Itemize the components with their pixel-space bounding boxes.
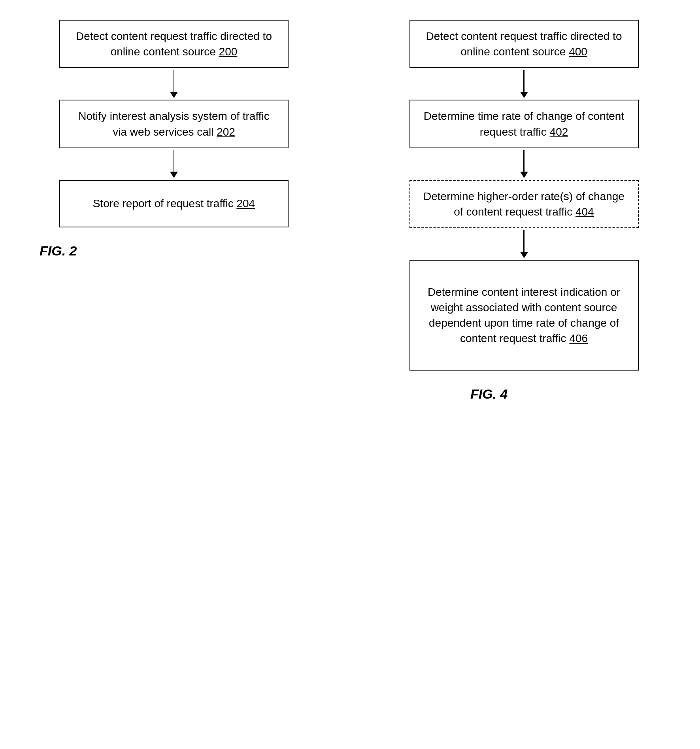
box-204-text: Store report of request traffic (93, 197, 237, 210)
arrow-400-402 (520, 68, 528, 100)
arrow-line-4 (523, 150, 525, 172)
box-200-text: Detect content request traffic directed … (76, 30, 272, 58)
box-204: Store report of request traffic 204 (59, 180, 289, 227)
box-400-text: Detect content request traffic directed … (426, 30, 622, 58)
arrow-line-3 (523, 70, 525, 92)
arrow-line-2 (174, 150, 175, 172)
box-402-number: 402 (550, 126, 568, 138)
arrow-404-406 (520, 228, 528, 260)
box-202: Notify interest analysis system of traff… (59, 100, 289, 148)
box-404-text: Determine higher-order rate(s) of change… (423, 190, 625, 218)
box-406-number: 406 (569, 332, 588, 344)
arrow-head-2 (170, 172, 178, 178)
box-200: Detect content request traffic directed … (59, 20, 289, 68)
arrow-head-5 (520, 252, 528, 258)
arrow-402-404 (520, 148, 528, 180)
box-402-text: Determine time rate of change of content… (424, 110, 624, 138)
box-202-text: Notify interest analysis system of traff… (78, 110, 269, 138)
arrow-line (174, 70, 175, 92)
left-diagram: Detect content request traffic directed … (0, 0, 348, 749)
flow-left: Detect content request traffic directed … (24, 20, 324, 227)
box-400-number: 400 (569, 45, 587, 58)
box-204-number: 204 (236, 197, 255, 210)
fig-4-label: FIG. 4 (372, 386, 676, 402)
box-406-text: Determine content interest indication or… (428, 286, 620, 345)
box-400: Detect content request traffic directed … (409, 20, 639, 68)
box-200-number: 200 (219, 45, 238, 58)
arrow-head-3 (520, 92, 528, 98)
arrow-head-4 (520, 172, 528, 178)
arrow-202-204 (170, 148, 178, 180)
arrow-200-202 (170, 68, 178, 100)
box-404: Determine higher-order rate(s) of change… (409, 180, 639, 228)
arrow-head (170, 92, 178, 98)
box-202-number: 202 (217, 126, 235, 138)
page: Detect content request traffic directed … (0, 0, 700, 749)
right-diagram: Detect content request traffic directed … (348, 0, 700, 749)
box-406: Determine content interest indication or… (409, 260, 639, 371)
fig-2-label: FIG. 2 (24, 243, 324, 259)
box-404-number: 404 (575, 206, 594, 218)
arrow-line-5 (523, 230, 525, 252)
flow-right: Detect content request traffic directed … (372, 20, 676, 371)
box-402: Determine time rate of change of content… (409, 100, 639, 148)
